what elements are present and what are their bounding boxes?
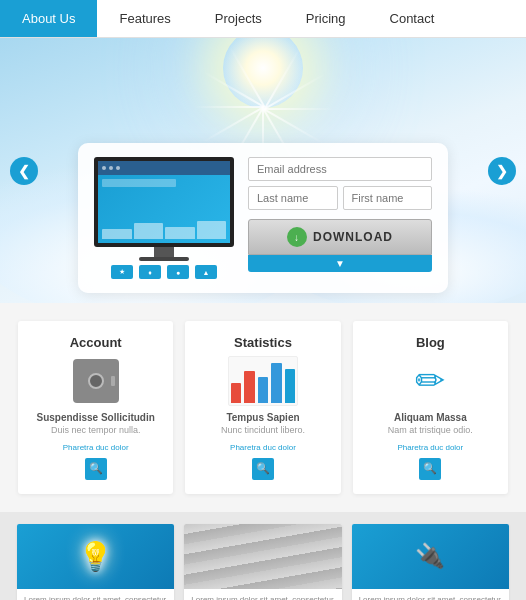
- blog-text-3: Lorem ipsum dolor sit amet, consectetur …: [359, 595, 502, 600]
- nav-item-projects[interactable]: Projects: [193, 0, 284, 37]
- blog-section: 💡 Lorem ipsum dolor sit amet, consectetu…: [0, 512, 526, 600]
- monitor-header: [98, 161, 230, 175]
- carousel-next-button[interactable]: ❯: [488, 157, 516, 185]
- chart-bar-4: [271, 363, 281, 403]
- monitor-screen: [94, 157, 234, 247]
- blog-text-1: Lorem ipsum dolor sit amet, consectetur …: [24, 595, 167, 600]
- lightbulb-icon: 💡: [78, 540, 113, 573]
- blog-image-2: [184, 524, 341, 589]
- nav-item-pricing[interactable]: Pricing: [284, 0, 368, 37]
- download-label: DOWNLOAD: [313, 230, 393, 244]
- statistics-illustration: [228, 356, 298, 406]
- nav-item-contact[interactable]: Contact: [368, 0, 457, 37]
- bar-2: [134, 223, 164, 239]
- first-name-field[interactable]: [343, 186, 433, 210]
- monitor-btn-2[interactable]: ♦: [139, 265, 161, 279]
- chart-bar-5: [285, 369, 295, 403]
- chart-bar-3: [258, 377, 268, 403]
- safe-icon: [73, 359, 119, 403]
- monitor-bars: [102, 221, 226, 239]
- nav-item-features[interactable]: Features: [97, 0, 192, 37]
- monitor-btn-1[interactable]: ★: [111, 265, 133, 279]
- monitor-dot-1: [102, 166, 106, 170]
- blog-text-2: Lorem ipsum dolor sit amet, consectetur …: [191, 595, 334, 600]
- download-arrow[interactable]: ▼: [248, 255, 432, 272]
- chart-bar-2: [244, 371, 254, 403]
- blog-body-1: Lorem ipsum dolor sit amet, consectetur …: [17, 589, 174, 600]
- feature-desc-blog: Nam at tristique odio.: [388, 425, 473, 437]
- blog-illustration: ✏: [395, 356, 465, 406]
- download-button-container: ↓ DOWNLOAD ▼: [248, 219, 432, 272]
- feature-link-account[interactable]: Pharetra duc dolor: [63, 443, 129, 452]
- monitor-btn-4[interactable]: ▲: [195, 265, 217, 279]
- plug-icon: 🔌: [415, 542, 445, 570]
- blog-image-1: 💡: [17, 524, 174, 589]
- feature-title-statistics: Statistics: [234, 335, 292, 350]
- safe-dial: [88, 373, 104, 389]
- bar-3: [165, 227, 195, 239]
- blog-card-3: 🔌 Lorem ipsum dolor sit amet, consectetu…: [352, 524, 509, 600]
- features-section: Account Suspendisse Sollicitudin Duis ne…: [0, 303, 526, 512]
- bar-4: [197, 221, 227, 239]
- monitor-btn-3[interactable]: ●: [167, 265, 189, 279]
- chevron-right-icon: ❯: [496, 163, 508, 179]
- feature-desc-account: Duis nec tempor nulla.: [51, 425, 141, 437]
- search-icon-3: 🔍: [423, 462, 437, 475]
- pencil-icon: ✏: [415, 360, 445, 402]
- account-search-button[interactable]: 🔍: [85, 458, 107, 480]
- blog-card-1: 💡 Lorem ipsum dolor sit amet, consectetu…: [17, 524, 174, 600]
- chevron-left-icon: ❮: [18, 163, 30, 179]
- feature-desc-statistics: Nunc tincidunt libero.: [221, 425, 305, 437]
- carousel-prev-button[interactable]: ❮: [10, 157, 38, 185]
- hero-card: ★ ♦ ● ▲ ↓ DOWNLOAD ▼: [78, 143, 448, 293]
- feature-subtitle-account: Suspendisse Sollicitudin: [36, 412, 154, 423]
- feature-card-account: Account Suspendisse Sollicitudin Duis ne…: [18, 321, 173, 494]
- last-name-field[interactable]: [248, 186, 338, 210]
- monitor-line-1: [102, 179, 176, 187]
- blog-body-2: Lorem ipsum dolor sit amet, consectetur …: [184, 589, 341, 600]
- email-field[interactable]: [248, 157, 432, 181]
- feature-link-blog[interactable]: Pharetra duc dolor: [397, 443, 463, 452]
- download-icon: ↓: [287, 227, 307, 247]
- statistics-search-button[interactable]: 🔍: [252, 458, 274, 480]
- feature-subtitle-blog: Aliquam Massa: [394, 412, 467, 423]
- hero-form: ↓ DOWNLOAD ▼: [248, 157, 432, 279]
- stats-chart-icon: [228, 356, 298, 406]
- monitor-icon-row: ★ ♦ ● ▲: [94, 265, 234, 279]
- monitor-illustration: ★ ♦ ● ▲: [94, 157, 234, 279]
- blog-card-2: Lorem ipsum dolor sit amet, consectetur …: [184, 524, 341, 600]
- blog-body-3: Lorem ipsum dolor sit amet, consectetur …: [352, 589, 509, 600]
- safe-handle: [111, 376, 115, 386]
- monitor-dot-3: [116, 166, 120, 170]
- search-icon-2: 🔍: [256, 462, 270, 475]
- blog-search-button[interactable]: 🔍: [419, 458, 441, 480]
- feature-card-blog: Blog ✏ Aliquam Massa Nam at tristique od…: [353, 321, 508, 494]
- feature-link-statistics[interactable]: Pharetra duc dolor: [230, 443, 296, 452]
- name-row: [248, 186, 432, 210]
- nav-item-about[interactable]: About Us: [0, 0, 97, 37]
- navigation: About Us Features Projects Pricing Conta…: [0, 0, 526, 38]
- search-icon: 🔍: [89, 462, 103, 475]
- feature-title-account: Account: [70, 335, 122, 350]
- account-illustration: [61, 356, 131, 406]
- arrow-down-icon: ▼: [335, 258, 345, 269]
- bar-1: [102, 229, 132, 239]
- feature-card-statistics: Statistics Tempus Sapien Nunc tincidunt …: [185, 321, 340, 494]
- monitor-dot-2: [109, 166, 113, 170]
- monitor-stand: [154, 247, 174, 257]
- download-button[interactable]: ↓ DOWNLOAD: [248, 219, 432, 255]
- feature-title-blog: Blog: [416, 335, 445, 350]
- monitor-body: [98, 175, 230, 243]
- hero-section: ❮ ❯: [0, 38, 526, 303]
- chart-bar-1: [231, 383, 241, 403]
- monitor-base: [139, 257, 189, 261]
- blog-image-3: 🔌: [352, 524, 509, 589]
- feature-subtitle-statistics: Tempus Sapien: [226, 412, 299, 423]
